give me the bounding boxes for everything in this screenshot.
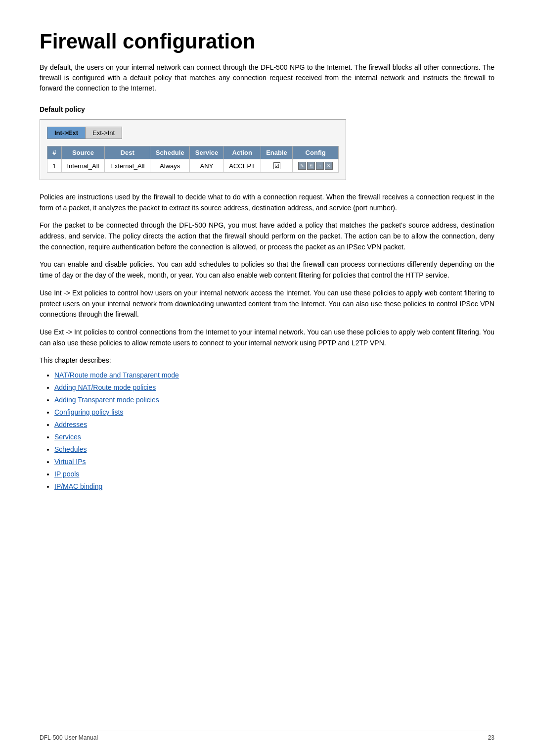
tab-int-ext[interactable]: Int->Ext [47, 127, 86, 139]
cell-action: ACCEPT [223, 159, 261, 173]
link-adding-transparent[interactable]: Adding Transparent mode policies [54, 396, 159, 404]
list-item: IP/MAC binding [54, 481, 494, 492]
list-item: Services [54, 432, 494, 442]
cell-num: 1 [47, 159, 62, 173]
enable-checkbox[interactable]: ☑ [273, 162, 280, 169]
chapter-describes-text: This chapter describes: [40, 355, 494, 366]
edit-icon[interactable]: ✎ [298, 162, 306, 170]
link-addresses[interactable]: Addresses [54, 421, 87, 428]
policy-table: # Source Dest Schedule Service Action En… [47, 146, 339, 173]
link-ip-pools[interactable]: IP pools [54, 470, 79, 478]
tab-ext-int[interactable]: Ext->Int [86, 127, 122, 139]
col-source: Source [61, 146, 105, 159]
link-services[interactable]: Services [54, 433, 81, 441]
list-item: IP pools [54, 469, 494, 479]
list-item: NAT/Route mode and Transparent mode [54, 370, 494, 380]
link-configuring-policy-lists[interactable]: Configuring policy lists [54, 408, 123, 416]
list-item: Addresses [54, 420, 494, 430]
intro-paragraph: By default, the users on your internal n… [40, 62, 494, 94]
page-footer: DFL-500 User Manual 23 [40, 730, 494, 741]
body-paragraph-1: Policies are instructions used by the fi… [40, 192, 494, 213]
list-item: Virtual IPs [54, 457, 494, 467]
footer-left: DFL-500 User Manual [40, 734, 98, 741]
col-num: # [47, 146, 62, 159]
list-item: Schedules [54, 444, 494, 455]
link-virtual-ips[interactable]: Virtual IPs [54, 458, 86, 466]
col-schedule: Schedule [150, 146, 190, 159]
tab-row: Int->Ext Ext->Int [47, 127, 339, 139]
cell-dest: External_All [105, 159, 150, 173]
body-paragraph-4: Use Int -> Ext policies to control how u… [40, 288, 494, 320]
body-paragraph-3: You can enable and disable policies. You… [40, 259, 494, 281]
col-config: Config [293, 146, 339, 159]
link-adding-nat[interactable]: Adding NAT/Route mode policies [54, 383, 156, 391]
link-ip-mac-binding[interactable]: IP/MAC binding [54, 482, 102, 490]
cell-service: ANY [190, 159, 223, 173]
col-service: Service [190, 146, 223, 159]
bullet-list: NAT/Route mode and Transparent mode Addi… [54, 370, 494, 492]
list-item: Configuring policy lists [54, 407, 494, 418]
page-title: Firewall configuration [40, 30, 494, 53]
link-nat-route[interactable]: NAT/Route mode and Transparent mode [54, 371, 179, 379]
cell-enable: ☑ [261, 159, 293, 173]
copy-icon[interactable]: ⎘ [307, 162, 315, 170]
config-icons-group: ✎ ⎘ ↕ ✕ [298, 162, 333, 170]
default-policy-label: Default policy [40, 105, 494, 113]
body-paragraph-2: For the packet to be connected through t… [40, 220, 494, 252]
table-header-row: # Source Dest Schedule Service Action En… [47, 146, 339, 159]
table-row: 1 Internal_All External_All Always ANY A… [47, 159, 339, 173]
move-icon[interactable]: ↕ [316, 162, 324, 170]
policy-box: Int->Ext Ext->Int # Source Dest Schedule… [40, 119, 346, 180]
cell-source: Internal_All [61, 159, 105, 173]
list-item: Adding NAT/Route mode policies [54, 382, 494, 393]
col-action: Action [223, 146, 261, 159]
cell-config: ✎ ⎘ ↕ ✕ [293, 159, 339, 173]
cell-schedule: Always [150, 159, 190, 173]
col-dest: Dest [105, 146, 150, 159]
delete-icon[interactable]: ✕ [325, 162, 333, 170]
list-item: Adding Transparent mode policies [54, 395, 494, 405]
link-schedules[interactable]: Schedules [54, 445, 87, 453]
body-paragraph-5: Use Ext -> Int policies to control conne… [40, 327, 494, 348]
page: Firewall configuration By default, the u… [0, 0, 534, 756]
col-enable: Enable [261, 146, 293, 159]
footer-right: 23 [488, 734, 494, 741]
